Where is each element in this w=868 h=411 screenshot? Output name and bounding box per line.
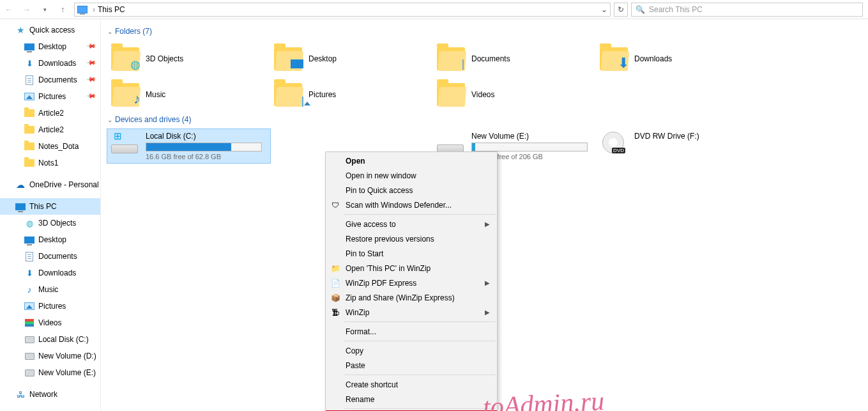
sidebar-item-downloads[interactable]: ⬇Downloads📌: [0, 55, 100, 72]
folder-videos[interactable]: Videos: [433, 77, 596, 112]
menu-item-winzip-pdf-express[interactable]: 📄WinZip PDF Express▶: [326, 275, 496, 290]
folder-downloads[interactable]: ⬇Downloads: [596, 41, 759, 77]
sidebar-item-3d-objects[interactable]: ◍3D Objects: [0, 215, 100, 231]
drive-local-disk-c-[interactable]: ⊞Local Disk (C:)16.6 GB free of 62.8 GB: [107, 129, 270, 163]
sidebar-item-videos[interactable]: Videos: [0, 314, 100, 331]
document-icon: [26, 75, 33, 85]
menu-item-open-in-new-window[interactable]: Open in new window: [326, 168, 496, 183]
sidebar-item-label: Downloads: [38, 268, 76, 277]
menu-separator: [344, 408, 496, 409]
pin-icon: 📌: [86, 74, 96, 84]
search-input[interactable]: 🔍 Search This PC: [631, 3, 863, 17]
nav-up-button[interactable]: ↑: [55, 2, 70, 17]
menu-item-label: Open 'This PC' in WinZip: [346, 264, 430, 273]
sidebar-item-music[interactable]: ♪Music: [0, 281, 100, 298]
sidebar-item-label: Music: [38, 285, 58, 294]
drive-dvd-rw-drive-f-[interactable]: DVD RW Drive (F:): [596, 129, 759, 163]
group-header-label: Devices and drives (4): [115, 115, 191, 124]
sidebar-item-new-volume-e-[interactable]: New Volume (E:): [0, 364, 100, 381]
nav-forward-button[interactable]: →: [19, 2, 34, 17]
drive-capacity-bar: [471, 143, 588, 151]
menu-item-restore-previous-versions[interactable]: Restore previous versions: [326, 231, 496, 246]
sidebar-onedrive[interactable]: ☁ OneDrive - Personal: [0, 176, 100, 193]
menu-item-scan-with-windows-defender-[interactable]: 🛡Scan with Windows Defender...: [326, 198, 496, 212]
folder-documents[interactable]: Documents: [433, 41, 596, 77]
menu-item-create-shortcut[interactable]: Create shortcut: [326, 377, 496, 392]
sidebar-item-label: Desktop: [38, 42, 66, 51]
menu-item-give-access-to[interactable]: Give access to▶: [326, 217, 496, 231]
menu-item-format-[interactable]: Format...: [326, 324, 496, 339]
sidebar-quick-access[interactable]: ★ Quick access: [0, 22, 100, 38]
menu-item-open-this-pc-in-winzip[interactable]: 📁Open 'This PC' in WinZip: [326, 261, 496, 275]
sidebar-item-label: 3D Objects: [38, 219, 76, 228]
sidebar-item-downloads[interactable]: ⬇Downloads: [0, 265, 100, 281]
folder-music[interactable]: ♪Music: [107, 77, 270, 112]
sidebar-item-desktop[interactable]: Desktop📌: [0, 38, 100, 55]
music-icon: ♪: [27, 284, 32, 295]
disk-icon: [25, 336, 34, 343]
drive-free-label: 16.6 GB free of 62.8 GB: [146, 153, 262, 160]
sidebar-item-pictures[interactable]: Pictures📌: [0, 88, 100, 105]
menu-item-copy[interactable]: Copy: [326, 343, 496, 358]
folder-label: Videos: [471, 90, 494, 99]
sidebar-item-label: This PC: [29, 202, 57, 211]
group-drives-header[interactable]: ⌄ Devices and drives (4): [107, 115, 868, 124]
pc-icon: [15, 203, 26, 210]
menu-item-pin-to-quick-access[interactable]: Pin to Quick access: [326, 183, 496, 198]
sidebar-item-notes-dota[interactable]: Notes_Dota: [0, 138, 100, 155]
sidebar-item-label: Desktop: [38, 235, 66, 244]
pin-icon: 📌: [86, 90, 96, 100]
drive-label: DVD RW Drive (F:): [634, 132, 699, 141]
menu-item-label: Pin to Quick access: [346, 186, 413, 195]
menu-item-label: Open in new window: [346, 171, 416, 180]
sidebar-item-nots1[interactable]: Nots1: [0, 155, 100, 171]
menu-item-label: Open: [346, 157, 365, 166]
sidebar-item-label: Downloads: [38, 59, 76, 68]
chevron-right-icon: ›: [93, 5, 95, 14]
menu-item-icon: 📦: [330, 293, 340, 302]
sidebar-item-article2[interactable]: Article2: [0, 105, 100, 121]
menu-item-label: WinZip PDF Express: [346, 279, 416, 288]
sidebar-item-label: Network: [29, 390, 57, 399]
menu-item-open[interactable]: Open: [326, 153, 496, 168]
menu-item-zip-and-share-winzip-express-[interactable]: 📦Zip and Share (WinZip Express): [326, 290, 496, 305]
sidebar-item-label: Nots1: [38, 159, 58, 167]
nav-back-button[interactable]: ←: [1, 2, 17, 17]
pin-icon: 📌: [86, 57, 96, 67]
folder-3d-objects[interactable]: ◍3D Objects: [107, 41, 270, 77]
address-dropdown-icon[interactable]: ⌄: [601, 5, 607, 14]
menu-item-rename[interactable]: Rename: [326, 392, 496, 407]
menu-item-label: Paste: [346, 361, 365, 370]
search-placeholder: Search This PC: [649, 5, 703, 14]
picture-icon: [24, 302, 34, 310]
sidebar-item-documents[interactable]: Documents📌: [0, 72, 100, 88]
folder-desktop[interactable]: Desktop: [270, 41, 433, 77]
menu-item-label: Pin to Start: [346, 249, 383, 258]
nav-recent-dropdown[interactable]: ▾: [37, 2, 52, 17]
group-folders-header[interactable]: ⌄ Folders (7): [107, 27, 868, 36]
address-path[interactable]: › This PC ⌄: [74, 3, 611, 17]
breadcrumb-location[interactable]: This PC: [98, 5, 125, 14]
menu-separator: [344, 341, 496, 341]
sidebar-item-label: New Volume (E:): [38, 368, 96, 377]
menu-item-winzip[interactable]: 🗜WinZip▶: [326, 305, 496, 320]
refresh-button[interactable]: ↻: [614, 3, 628, 17]
folder-pictures[interactable]: Pictures: [270, 77, 433, 112]
sidebar-this-pc[interactable]: This PC: [0, 198, 100, 215]
menu-separator: [344, 375, 496, 375]
sidebar-item-pictures[interactable]: Pictures: [0, 298, 100, 314]
sidebar-network[interactable]: 🖧 Network: [0, 386, 100, 403]
chevron-down-icon: ⌄: [107, 28, 112, 35]
desktop-icon: [24, 43, 34, 50]
menu-item-paste[interactable]: Paste: [326, 358, 496, 373]
sidebar-item-new-volume-d-[interactable]: New Volume (D:): [0, 348, 100, 364]
sidebar-item-desktop[interactable]: Desktop: [0, 231, 100, 248]
menu-item-label: Rename: [346, 395, 374, 404]
sidebar-item-article2[interactable]: Article2: [0, 121, 100, 138]
sidebar-item-documents[interactable]: Documents: [0, 248, 100, 265]
menu-item-pin-to-start[interactable]: Pin to Start: [326, 246, 496, 261]
hdd-icon: [111, 144, 138, 153]
sidebar-item-local-disk-c-[interactable]: Local Disk (C:): [0, 331, 100, 348]
folder-icon: [437, 83, 465, 106]
sidebar-item-label: Article2: [38, 109, 64, 118]
